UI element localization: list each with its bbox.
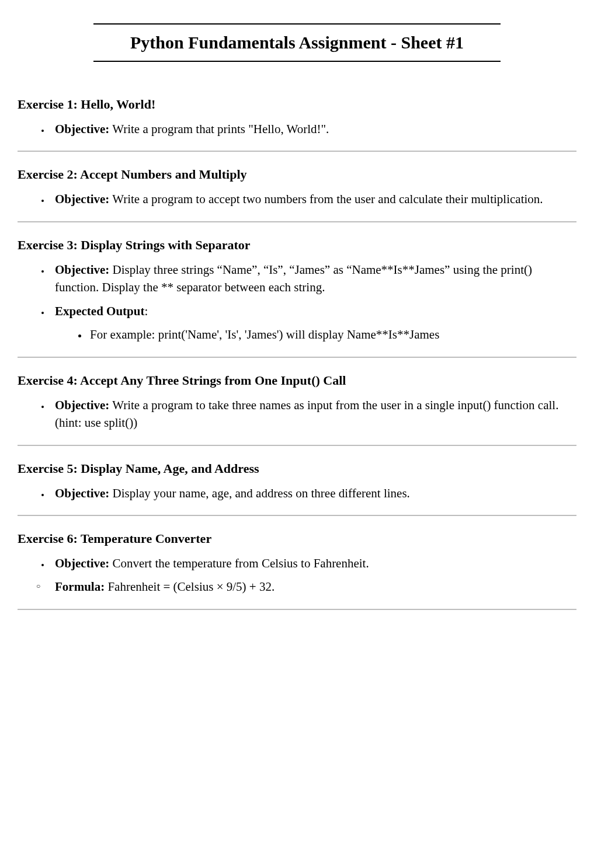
exercise-heading: Exercise 2: Accept Numbers and Multiply (18, 167, 576, 182)
item-label: Objective: (55, 122, 109, 136)
list-item: Objective: Convert the temperature from … (50, 555, 576, 572)
exercise-list: Objective: Write a program to accept two… (18, 190, 576, 208)
exercise-section: Exercise 3: Display Strings with Separat… (18, 238, 576, 344)
section-divider (18, 445, 576, 446)
exercise-list: Objective: Display your name, age, and a… (18, 484, 576, 502)
exercise-list: Objective: Convert the temperature from … (18, 555, 576, 572)
item-label: Formula: (55, 580, 105, 594)
exercise-list: Formula: Fahrenheit = (Celsius × 9/5) + … (18, 578, 576, 595)
exercise-list: Objective: Write a program to take three… (18, 396, 576, 432)
list-item: Expected Output:For example: print('Name… (50, 302, 576, 344)
exercise-section: Exercise 4: Accept Any Three Strings fro… (18, 373, 576, 432)
exercises-container: Exercise 1: Hello, World!Objective: Writ… (18, 97, 576, 610)
item-label: Objective: (55, 486, 109, 500)
item-text: Write a program to accept two numbers fr… (109, 192, 543, 206)
exercise-section: Exercise 6: Temperature ConverterObjecti… (18, 531, 576, 596)
item-text: Fahrenheit = (Celsius × 9/5) + 32. (105, 580, 275, 594)
title-rule-top (93, 23, 501, 25)
section-divider (18, 151, 576, 152)
list-item: Objective: Write a program that prints "… (50, 120, 576, 138)
item-label: Objective: (55, 192, 109, 206)
item-label-suffix: : (144, 304, 148, 318)
exercise-heading: Exercise 6: Temperature Converter (18, 531, 576, 546)
title-block: Python Fundamentals Assignment - Sheet #… (18, 23, 576, 62)
section-divider (18, 515, 576, 516)
page-title: Python Fundamentals Assignment - Sheet #… (93, 33, 501, 53)
item-text: Write a program that prints "Hello, Worl… (109, 122, 329, 136)
exercise-list: Objective: Display three strings “Name”,… (18, 261, 576, 344)
exercise-heading: Exercise 5: Display Name, Age, and Addre… (18, 461, 576, 476)
exercise-section: Exercise 1: Hello, World!Objective: Writ… (18, 97, 576, 138)
title-rule-bottom (93, 61, 501, 62)
item-text: Convert the temperature from Celsius to … (109, 556, 369, 570)
item-label: Objective: (55, 556, 109, 570)
sub-list-item: For example: print('Name', 'Is', 'James'… (88, 326, 576, 343)
list-item: Objective: Write a program to accept two… (50, 190, 576, 208)
sub-list: For example: print('Name', 'Is', 'James'… (55, 326, 576, 343)
exercise-heading: Exercise 3: Display Strings with Separat… (18, 238, 576, 253)
list-item: Objective: Display three strings “Name”,… (50, 261, 576, 297)
item-text: Write a program to take three names as i… (55, 398, 558, 430)
section-divider (18, 357, 576, 358)
item-label: Objective: (55, 263, 109, 277)
exercise-heading: Exercise 4: Accept Any Three Strings fro… (18, 373, 576, 388)
item-text: Display three strings “Name”, “Is”, “Jam… (55, 263, 532, 294)
section-divider (18, 609, 576, 610)
list-item: Formula: Fahrenheit = (Celsius × 9/5) + … (50, 578, 576, 595)
exercise-section: Exercise 5: Display Name, Age, and Addre… (18, 461, 576, 502)
item-label: Objective: (55, 398, 109, 412)
list-item: Objective: Write a program to take three… (50, 396, 576, 432)
exercise-heading: Exercise 1: Hello, World! (18, 97, 576, 112)
section-divider (18, 221, 576, 222)
list-item: Objective: Display your name, age, and a… (50, 484, 576, 502)
item-label: Expected Output (55, 304, 144, 318)
exercise-list: Objective: Write a program that prints "… (18, 120, 576, 138)
exercise-section: Exercise 2: Accept Numbers and MultiplyO… (18, 167, 576, 208)
item-text: Display your name, age, and address on t… (109, 486, 410, 500)
